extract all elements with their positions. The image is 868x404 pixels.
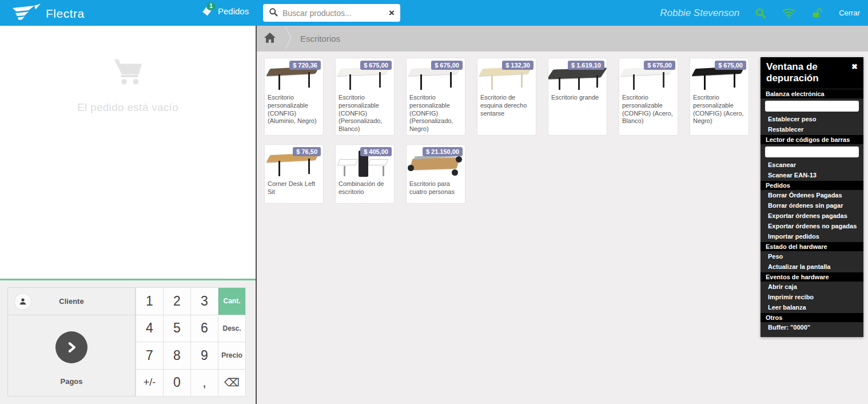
debug-action-borrar-rdenes-pagadas[interactable]: Borrar Órdenes Pagadas <box>761 190 863 200</box>
clear-search-icon[interactable]: × <box>389 8 395 18</box>
price-badge: $ 132,30 <box>502 61 533 70</box>
product-name: Corner Desk Left Sit <box>265 179 323 196</box>
debug-section-header: Lector de códigos de barras <box>761 135 863 144</box>
home-button[interactable] <box>257 26 283 52</box>
breadcrumb: Escritorios <box>257 26 868 52</box>
numpad-key-cant[interactable]: Cant. <box>218 288 246 315</box>
panel-divider <box>256 26 257 404</box>
customer-button[interactable]: Cliente <box>8 288 135 315</box>
numpad-key-3[interactable]: 3 <box>191 288 218 315</box>
numpad-key-6[interactable]: 6 <box>191 315 218 343</box>
breadcrumb-category[interactable]: Escritorios <box>300 34 340 43</box>
search-input[interactable] <box>282 9 389 18</box>
product-name: Escritorio personalizable (CONFIG) (Acer… <box>619 92 678 125</box>
desk-graphic <box>308 72 310 88</box>
numpad-key-plus-minus[interactable]: +/- <box>136 370 164 397</box>
product-card[interactable]: $ 76,50 Corner Desk Left Sit <box>264 144 324 204</box>
desk-graphic <box>663 72 664 88</box>
topbar: Flectra 1 Pedidos × Robbie Stevenson Cer… <box>0 0 868 26</box>
product-name: Escritorio personalizable (CONFIG) (Pers… <box>407 92 465 133</box>
debug-action-exportar-rdenes-no-pagadas[interactable]: Exportar órdenes no pagadas <box>761 221 863 231</box>
desk-graphic <box>521 72 523 88</box>
debug-action-establecer-peso[interactable]: Establecer peso <box>761 114 863 124</box>
numpad-key-7[interactable]: 7 <box>136 342 164 370</box>
debug-section-header: Eventos de hardware <box>761 272 863 282</box>
debug-section: Balanza electrónica Establecer pesoResta… <box>761 89 863 134</box>
search-box: × <box>263 4 400 22</box>
desk-graphic <box>278 161 280 176</box>
debug-action-actualizar-la-pantalla[interactable]: Actualizar la pantalla <box>761 262 863 272</box>
desk-graphic <box>278 74 280 90</box>
debug-action-escanear[interactable]: Escanear <box>761 160 863 170</box>
cashier-name[interactable]: Robbie Stevenson <box>660 7 739 19</box>
desk-graphic <box>452 169 458 176</box>
product-card[interactable]: $ 405,00 Combinación de escritorio <box>335 144 395 204</box>
desk-graphic <box>704 74 706 90</box>
product-name: Escritorio personalizable (CONFIG) (Alum… <box>265 92 323 125</box>
debug-action-borrar-rdenes-sin-pagar[interactable]: Borrar órdenes sin pagar <box>761 200 863 211</box>
quick-search-icon[interactable] <box>755 7 766 19</box>
debug-section: Lector de códigos de barras EscanearScan… <box>761 135 863 180</box>
numpad-key-backspace[interactable]: ⌫ <box>218 370 246 397</box>
debug-section-header: Pedidos <box>761 181 863 190</box>
product-card[interactable]: $ 675,00 Escritorio personalizable (CONF… <box>690 58 749 136</box>
numpad-key-1[interactable]: 1 <box>136 288 164 315</box>
numpad-key-4[interactable]: 4 <box>136 315 164 343</box>
payment-label: Pagos <box>8 377 135 386</box>
debug-section: Otros Buffer: "0000" <box>761 313 863 332</box>
debug-section-header: Estado del hardware <box>761 242 863 251</box>
product-card[interactable]: $ 21.150,00 Escritorio para cuatro perso… <box>406 144 465 204</box>
search-icon <box>269 7 278 19</box>
debug-input[interactable] <box>765 146 859 157</box>
debug-sections: Balanza electrónica Establecer pesoResta… <box>761 89 863 332</box>
desk-graphic <box>559 77 560 90</box>
orders-label: Pedidos <box>218 6 249 16</box>
debug-action-restablecer[interactable]: Restablecer <box>761 124 863 134</box>
numpad-key-5[interactable]: 5 <box>164 315 191 343</box>
payment-button[interactable]: Pagos <box>8 315 135 396</box>
desk-graphic <box>578 77 580 90</box>
numpad-key-8[interactable]: 8 <box>164 342 191 370</box>
debug-panel: Ventana de depuración ✖ Balanza electrón… <box>761 57 863 337</box>
product-card[interactable]: $ 720,36 Escritorio personalizable (CONF… <box>264 58 324 136</box>
price-badge: $ 675,00 <box>360 61 392 70</box>
product-card[interactable]: $ 675,00 Escritorio personalizable (CONF… <box>406 58 465 136</box>
debug-action-abrir-caja[interactable]: Abrir caja <box>761 282 863 292</box>
orders-button[interactable]: 1 Pedidos <box>201 5 249 17</box>
numpad-key-comma[interactable]: , <box>191 370 218 397</box>
product-card[interactable]: $ 675,00 Escritorio personalizable (CONF… <box>335 58 395 136</box>
debug-input[interactable] <box>765 101 859 112</box>
unlock-icon[interactable] <box>811 7 823 19</box>
debug-action-peso[interactable]: Peso <box>761 251 863 262</box>
close-session-button[interactable]: Cerrar <box>839 9 860 17</box>
price-badge: $ 405,00 <box>360 147 392 156</box>
pads-panel: Cliente Pagos 1 2 3 Cant. 4 5 6 Desc. 7 <box>0 279 256 404</box>
debug-section-items: EscanearScanear EAN-13 <box>761 146 863 180</box>
price-badge: $ 675,00 <box>644 61 675 70</box>
product-card[interactable]: $ 132,30 Escritorio de esquina derecho s… <box>477 58 536 136</box>
numpad-key-2[interactable]: 2 <box>164 288 191 315</box>
product-name: Escritorio personalizable (CONFIG) (Acer… <box>690 92 748 125</box>
debug-action-importar-pedidos[interactable]: Importar pedidos <box>761 231 863 241</box>
debug-action-leer-balanza[interactable]: Leer balanza <box>761 302 863 312</box>
debug-action-buffer-0000[interactable]: Buffer: "0000" <box>761 322 863 332</box>
actionpad: Cliente Pagos <box>7 287 136 397</box>
desk-graphic <box>596 75 598 88</box>
debug-action-imprimir-recibo[interactable]: Imprimir recibo <box>761 292 863 302</box>
close-icon[interactable]: ✖ <box>851 62 858 72</box>
numpad-key-9[interactable]: 9 <box>191 342 218 370</box>
desk-graphic <box>379 72 381 88</box>
debug-action-scanear-ean-13[interactable]: Scanear EAN-13 <box>761 170 863 180</box>
product-card[interactable]: $ 1.619,10 Escritorio grande <box>548 58 607 136</box>
desk-graphic <box>734 72 735 88</box>
numpad-key-0[interactable]: 0 <box>164 370 191 397</box>
numpad-key-precio[interactable]: Precio <box>218 342 246 370</box>
numpad-key-desc[interactable]: Desc. <box>218 315 246 343</box>
desk-graphic <box>368 159 388 165</box>
product-card[interactable]: $ 675,00 Escritorio personalizable (CONF… <box>619 58 678 136</box>
product-name: Escritorio personalizable (CONFIG) (Pers… <box>336 92 394 133</box>
desk-graphic <box>383 166 384 176</box>
debug-action-exportar-rdenes-pagadas[interactable]: Exportar órdenes pagadas <box>761 211 863 221</box>
desk-graphic <box>349 74 351 90</box>
empty-order-message: El pedido está vacío <box>0 101 256 114</box>
